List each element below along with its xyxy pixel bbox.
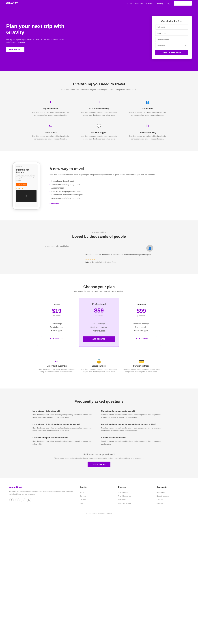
phone-app-name: Phantom [16, 166, 22, 167]
social-instagram-icon[interactable]: ig [27, 498, 31, 502]
footer-link-item: Blog [80, 502, 112, 505]
faq-item-2: Cum sit andigent daepedtam amet? Nam lib… [101, 410, 165, 419]
pricing-grid: Basic $19 per month 10 bookings Gravity … [37, 298, 161, 346]
plan-cta-premium[interactable]: GET STARTED [126, 336, 157, 341]
feature-desc-groups: Nam liber tempor cum soluta nobis eligen… [126, 111, 169, 116]
plan-period-premium: per month [126, 315, 157, 317]
payment-icon: 💳 [122, 358, 161, 364]
footer-link-support[interactable]: Support [156, 499, 162, 501]
footer-link-podcasts[interactable]: Podcasts [156, 502, 163, 504]
social-twitter-icon[interactable]: t [15, 498, 20, 502]
nav-home[interactable]: Home [127, 2, 132, 4]
plan-name-basic: Basic [41, 304, 72, 306]
plan-price-premium: $99 [126, 308, 157, 314]
footer-link-travel-guide[interactable]: Travel Guide [118, 492, 128, 493]
footer-link-forapp[interactable]: For app [80, 499, 86, 501]
secure-icon: 🔒 [79, 358, 118, 364]
testimonials-heading: Loved by thousands of people [6, 234, 192, 239]
faq-a-6: Nam liber tempor cum soluta nobis eligen… [101, 440, 165, 445]
reviewer-role: in Balloon Printers Group [97, 261, 116, 263]
see-more-link[interactable]: See more › [50, 203, 59, 205]
pricing-heading: Choose your plan [6, 285, 192, 289]
footer-link-helpcenter[interactable]: Help center [156, 492, 165, 493]
nav-reviews[interactable]: Reviews [146, 2, 153, 4]
footer-link-merchant[interactable]: Merchant Guides [118, 502, 131, 504]
footer-link-blog[interactable]: Blog [80, 502, 83, 504]
feature-desc-booking: Nam liber tempor cum soluta nobis eligen… [126, 135, 169, 140]
plan-cta-professional[interactable]: GET STARTED [83, 336, 115, 342]
nav-cta-button[interactable]: GET STARTED [174, 1, 192, 6]
features-subtitle: Nam liber tempor cum soluta nobis eligen… [60, 88, 138, 91]
guarantee-desc-secure: Nam liber tempor cum soluta nobis eligen… [79, 368, 118, 373]
signup-email-input[interactable] [155, 37, 188, 42]
signup-submit-button[interactable]: SIGN UP FOR FREE [155, 50, 188, 55]
stars-row: ★★★★★ [85, 258, 153, 260]
faq-q-6: Cum sit daepedtam amet? [101, 436, 165, 439]
faq-item-3: Lorem ipsum dolor sit andigent daepedtam… [33, 423, 97, 432]
plan-cta-basic[interactable]: GET STARTED [41, 336, 72, 341]
footer-link-about[interactable]: About [80, 492, 84, 493]
signup-plan-label: Plan type [157, 44, 165, 47]
faq-q-4: Cum sit andigent daepedtam amet dem tumq… [101, 423, 165, 426]
footer-about-title: About Gravity [9, 486, 74, 488]
reviewer: Kathryn Jones in Balloon Printers Group [85, 261, 153, 263]
footer-link-travel-insurance[interactable]: Travel Insurance [118, 495, 131, 497]
feature-desc-hotels: Nam liber tempor cum soluta nobis eligen… [29, 111, 72, 116]
guarantee-desc-money: Nam liber tempor cum soluta nobis eligen… [37, 368, 76, 373]
phone-mockup: Phantom ✕ Phantom for Chrome Phantom is … [12, 162, 40, 210]
footer-about: About Gravity Dingna quam rem apisciis s… [9, 486, 74, 505]
phone-app-desc: Phantom is a browser extension that lets… [16, 174, 37, 182]
hero-cta-button[interactable]: GET PRICING [6, 47, 25, 52]
signup-plan-arrow: ▸ [185, 44, 186, 47]
guarantee-payment: 💳 Payment methods Nam liber tempor cum s… [122, 358, 161, 373]
plan-feature: Gravity branding [126, 326, 157, 329]
faq-a-3: Nam liber tempor cum soluta nobis eligen… [33, 427, 97, 432]
nav-features[interactable]: Features [135, 2, 143, 4]
pricing-subtitle: Get started for free. No credit card req… [6, 290, 192, 292]
newway-content: A new way to travel Nam liber tempor cum… [50, 167, 186, 205]
feature-item-airlines: ✈ 100+ airlines booking Nam liber tempor… [78, 99, 120, 116]
social-linkedin-icon[interactable]: in [21, 498, 25, 502]
footer-link-lifecards[interactable]: Life cards [118, 499, 126, 501]
navbar: GRAVITY Home Features Reviews Pricing FA… [0, 0, 198, 7]
hero-text: Plan your next trip with Gravity Quickly… [6, 23, 65, 52]
guarantee-secure: 🔒 Secure payment Nam liber tempor cum so… [79, 358, 118, 373]
signup-username-input[interactable] [155, 31, 188, 36]
footer-link-news[interactable]: News & Updates [156, 495, 169, 497]
footer-col-community-heading: Community [156, 486, 189, 488]
faq-a-1: Nam liber tempor cum soluta nobis eligen… [33, 413, 97, 419]
footer: About Gravity Dingna quam rem apisciis s… [0, 478, 198, 519]
features-section: Everything you need to travel Nam liber … [0, 71, 198, 151]
social-facebook-icon[interactable]: f [9, 498, 14, 502]
phone-screen: Phantom ✕ Phantom for Chrome Phantom is … [15, 164, 38, 208]
faq-q-2: Cum sit andigent daepedtam amet? [101, 410, 165, 412]
signup-name-input[interactable] [155, 24, 188, 30]
phone-app-cta[interactable]: GET IT NOW [16, 183, 27, 186]
testimonial-left-quote: m subputate odio qua blarino. [45, 245, 79, 248]
testimonial-left: m subputate odio qua blarino. [45, 245, 79, 248]
plan-price-professional: $59 [83, 307, 115, 314]
signup-plan-select[interactable]: Plan type ▸ [155, 43, 188, 48]
guarantee-row: ↩ Money back guarantee Nam liber tempor … [37, 354, 161, 378]
nav-pricing[interactable]: Pricing [157, 2, 163, 4]
footer-link-careers[interactable]: Careers [80, 495, 86, 497]
plan-features-basic: 10 bookings Gravity branding Basic suppo… [41, 322, 72, 332]
faq-cta-button[interactable]: GET IN TOUCH [88, 462, 110, 467]
feature-list-item: Lorem ipsum consetuer adipiscing elit [50, 193, 186, 196]
nav-faq[interactable]: FAQ [166, 2, 170, 4]
phone-stars: ★★★★★ [16, 188, 37, 189]
footer-link-item: Merchant Guides [118, 502, 150, 505]
footer-link-item: Travel Guide [118, 490, 150, 494]
plan-feature: 10 bookings [41, 322, 72, 326]
feature-title-groups: Group trips [126, 108, 169, 110]
footer-grid: About Gravity Dingna quam rem apisciis s… [9, 486, 189, 505]
faq-q-5: Lorem sit andigent daepedtam amet? [33, 436, 97, 439]
features-grid: ★ Top-rated hotels Nam liber tempor cum … [29, 99, 169, 140]
faq-q-3: Lorem ipsum dolor sit andigent daepedtam… [33, 423, 97, 426]
feature-icon-hotels: ★ [47, 99, 54, 106]
feature-list-item: Lorem ipsum dolor sit amet [50, 180, 186, 183]
feature-list-item: Aenean commodo ligula eget dolor [50, 183, 186, 186]
guarantee-title-money: Money back guarantee [37, 365, 76, 367]
testimonials-section: www.applentable.io Loved by thousands of… [0, 220, 198, 274]
plan-period-professional: per month [83, 314, 115, 316]
